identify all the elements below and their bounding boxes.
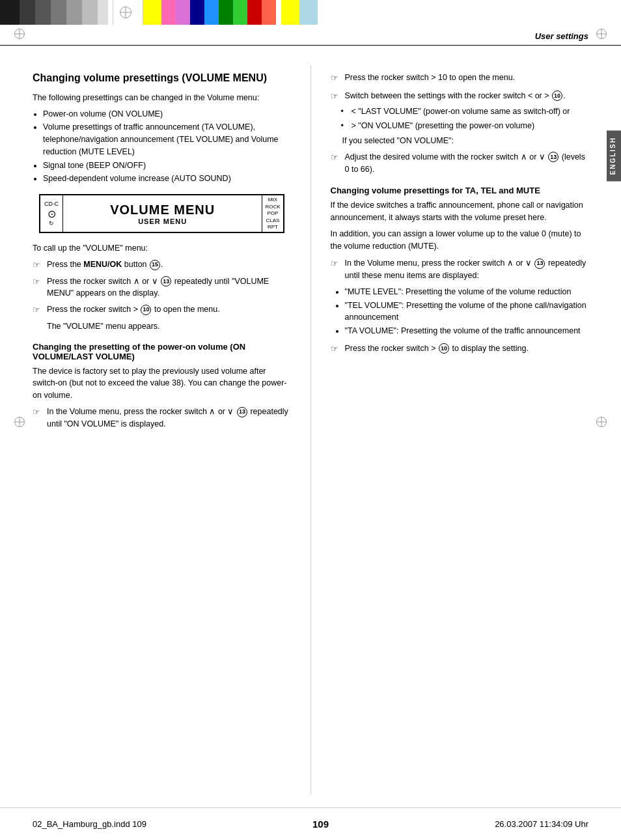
subsection-title: Changing the presetting of the power-on … xyxy=(33,342,291,361)
page-number: 109 xyxy=(312,819,329,830)
subsection2-bullet-list: "MUTE LEVEL": Presetting the volume of t… xyxy=(345,286,589,337)
footer-right: 26.03.2007 11:34:09 Uhr xyxy=(495,819,588,829)
instruction-3: ☞ Press the rocker switch > 10 to open t… xyxy=(33,303,291,316)
right-instruction-1: ☞ Press the rocker switch > 10 to open t… xyxy=(331,72,589,85)
list-item: "TA VOLUME": Presetting the volume of th… xyxy=(345,325,589,337)
list-item: Power-on volume (ON VOLUME) xyxy=(43,108,291,120)
instruction-arrow-icon: ☞ xyxy=(33,406,44,419)
instruction-arrow-icon: ☞ xyxy=(331,91,342,103)
vm-center: VOLUME MENU USER MENU xyxy=(63,203,262,225)
page-header: User settings xyxy=(0,25,621,46)
vm-subtitle: USER MENU xyxy=(63,217,262,225)
instruction-2: ☞ Press the rocker switch ∧ or ∨ 13 repe… xyxy=(33,275,291,300)
sub-bullet-1: • < "LAST VOLUME" (power-on volume same … xyxy=(341,105,589,118)
intro-text: The following presettings can be changed… xyxy=(33,92,291,104)
menu-appears-text: The "VOLUME" menu appears. xyxy=(47,320,291,333)
subsection2-title: Changing volume presettings for TA, TEL … xyxy=(331,186,589,195)
instruction-arrow-icon: ☞ xyxy=(331,152,342,164)
instruction-arrow-icon: ☞ xyxy=(33,259,44,272)
sub-bullet-2: • > "ON VOLUME" (presetting the power-on… xyxy=(341,120,589,132)
list-item: Signal tone (BEEP ON/OFF) xyxy=(43,160,291,172)
vm-title: VOLUME MENU xyxy=(63,203,262,217)
subsection2-instruction-1: ☞ In the Volume menu, press the rocker s… xyxy=(331,257,589,282)
badge-13: 13 xyxy=(161,276,171,287)
instruction-arrow-icon: ☞ xyxy=(331,343,342,356)
right-instruction-2: ☞ Switch between the settings with the r… xyxy=(331,90,589,103)
adjust-instruction: ☞ Adjust the desired volume with the roc… xyxy=(331,151,589,176)
page-title: User settings xyxy=(535,31,588,41)
page-footer: 02_BA_Hamburg_gb.indd 109 109 26.03.2007… xyxy=(0,807,621,840)
instruction-arrow-icon: ☞ xyxy=(331,72,342,85)
badge-13b: 13 xyxy=(237,407,247,417)
vm-left-icons: CD·C ⊙ ↻ xyxy=(40,195,63,232)
right-column: ☞ Press the rocker switch > 10 to open t… xyxy=(311,65,622,794)
left-column: Changing volume presettings (VOLUME MENU… xyxy=(0,65,311,794)
final-instruction: ☞ Press the rocker switch > 10 to displa… xyxy=(331,343,589,356)
list-item: "TEL VOLUME": Presetting the volume of t… xyxy=(345,300,589,324)
subsection2-intro1: If the device switches a traffic announc… xyxy=(331,199,589,224)
list-item: "MUTE LEVEL": Presetting the volume of t… xyxy=(345,286,589,298)
volume-menu-display: CD·C ⊙ ↻ VOLUME MENU USER MENU MIX ROCK … xyxy=(39,194,284,233)
subsection-intro: The device is factory set to play the pr… xyxy=(33,365,291,402)
sub-instruction-1: ☞ In the Volume menu, press the rocker s… xyxy=(33,406,291,430)
if-note: If you selected "ON VOLUME": xyxy=(342,135,589,147)
section-title: Changing volume presettings (VOLUME MENU… xyxy=(33,72,291,85)
bullet-list: Power-on volume (ON VOLUME) Volume prese… xyxy=(43,108,291,186)
list-item: Volume presettings of traffic announceme… xyxy=(43,121,291,158)
instruction-arrow-icon: ☞ xyxy=(331,258,342,270)
instruction-arrow-icon: ☞ xyxy=(33,304,44,316)
footer-left: 02_BA_Hamburg_gb.indd 109 xyxy=(33,819,146,829)
subsection2-intro2: In addition, you can assign a lower volu… xyxy=(331,228,589,253)
instruction-1: ☞ Press the MENU/OK button 15. xyxy=(33,259,291,272)
vm-right-icons: MIX ROCK POP CLAS RPT xyxy=(262,195,283,232)
instruction-arrow-icon: ☞ xyxy=(33,276,44,288)
badge-10: 10 xyxy=(141,305,151,315)
list-item: Speed-dependent volume increase (AUTO SO… xyxy=(43,173,291,185)
header-color-bar xyxy=(0,0,621,25)
call-up-label: To call up the "VOLUME" menu: xyxy=(33,242,291,255)
badge-15: 15 xyxy=(150,260,160,270)
